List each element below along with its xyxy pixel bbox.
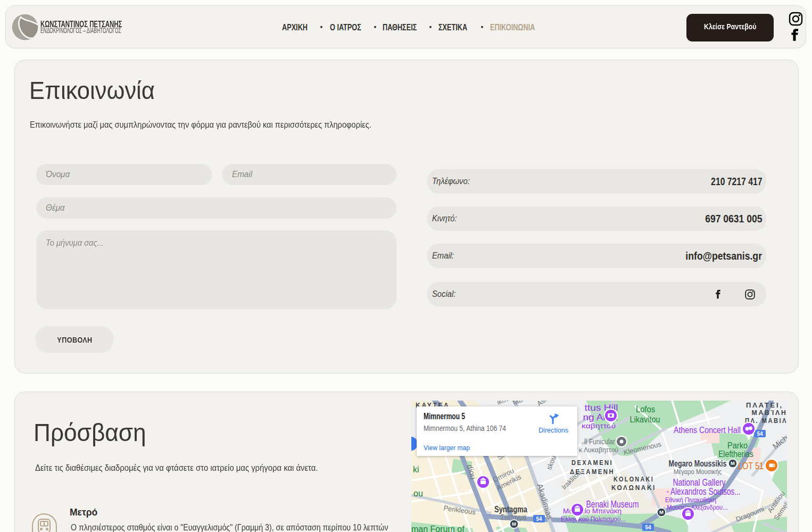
svg-text:ki: ki [413, 465, 419, 474]
svg-text:M: M [659, 509, 664, 515]
svg-text:Mimnermou 5, Athina 106 74: Mimnermou 5, Athina 106 74 [424, 424, 506, 433]
svg-text:Likavitou: Likavitou [630, 415, 660, 424]
svg-text:View larger map: View larger map [424, 444, 470, 452]
svg-text:M: M [731, 460, 735, 466]
svg-text:54: 54 [757, 431, 763, 437]
svg-text:Μέγαρο Μουσικής: Μέγαρο Μουσικής [674, 468, 722, 476]
svg-text:54: 54 [536, 516, 542, 522]
svg-text:- Alexandros Soutsos...: - Alexandros Soutsos... [667, 486, 741, 497]
svg-text:Lofos: Lofos [636, 405, 655, 414]
svg-text:Parko: Parko [727, 441, 748, 450]
svg-text:Megaro Moussikis: Megaro Moussikis [669, 459, 727, 468]
svg-text:LOT 51: LOT 51 [738, 461, 764, 471]
svg-text:κ Λυκαβηττού: κ Λυκαβηττού [579, 446, 618, 454]
svg-text:Eleftherias: Eleftherias [718, 450, 753, 459]
svg-text:Ελληνικού Πολιτισμού...: Ελληνικού Πολιτισμού... [561, 515, 626, 523]
svg-text:KOLONAKI: KOLONAKI [614, 475, 654, 483]
svg-text:- Μουσείο Αλεξάνδρου...: - Μουσείο Αλεξάνδρου... [664, 503, 728, 511]
svg-text:M: M [512, 521, 516, 527]
svg-text:54: 54 [645, 525, 651, 530]
svg-text:ll Funicular: ll Funicular [584, 437, 615, 446]
svg-text:ΔΕΞΑΜΕΝΗ: ΔΕΞΑΜΕΝΗ [570, 468, 615, 476]
svg-text:ΠΛΑΤΕΙ,: ΠΛΑΤΕΙ, [746, 401, 783, 409]
svg-text:DEXAMENI: DEXAMENI [571, 459, 613, 467]
svg-text:man Forum of: man Forum of [411, 525, 465, 532]
svg-text:Directions: Directions [538, 426, 568, 434]
svg-text:ΚΟΛΩΝΑΚΙ: ΚΟΛΩΝΑΚΙ [611, 484, 656, 492]
svg-text:ou: ou [413, 489, 423, 498]
svg-text:Athens Concert Hall: Athens Concert Hall [674, 425, 741, 435]
svg-text:ΜΑΒΊΛΗ: ΜΑΒΊΛΗ [752, 409, 788, 417]
svg-text:Mimnermou 5: Mimnermou 5 [424, 412, 465, 421]
svg-text:Εθνική Πινακοθήκη: Εθνική Πινακοθήκη [665, 496, 716, 504]
